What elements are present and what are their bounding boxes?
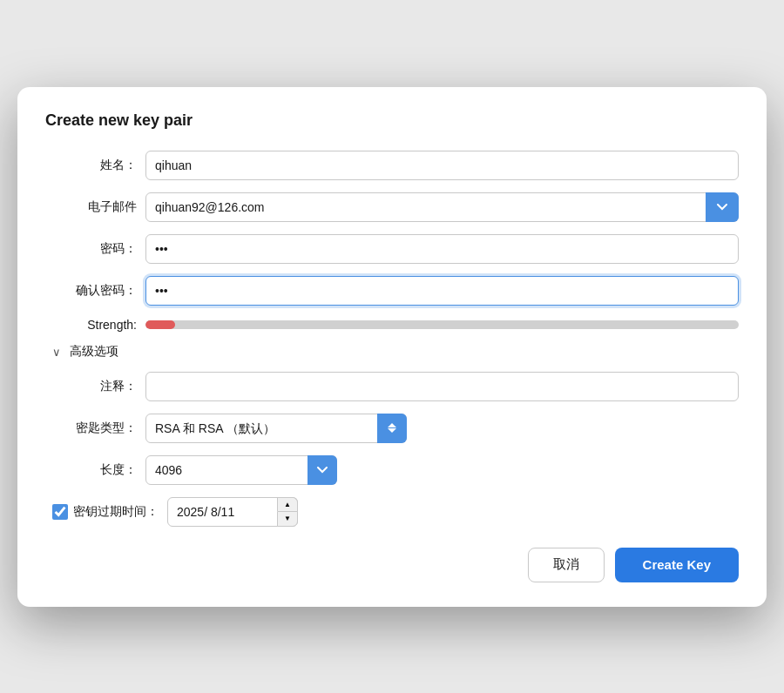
note-label: 注释： bbox=[45, 379, 137, 394]
dialog-title: Create new key pair bbox=[45, 111, 739, 130]
name-label: 姓名： bbox=[45, 158, 137, 173]
length-wrapper: 4096 2048 1024 bbox=[145, 455, 337, 485]
key-type-wrapper: RSA 和 RSA （默认） DSA ECDSA bbox=[145, 414, 407, 443]
password-input[interactable] bbox=[145, 234, 739, 264]
chevron-down-icon bbox=[717, 204, 727, 211]
confirm-label: 确认密码： bbox=[45, 283, 137, 299]
expiry-row: 密钥过期时间： ▲ ▼ bbox=[45, 497, 739, 527]
expiry-stepper-up[interactable]: ▲ bbox=[277, 497, 298, 512]
expiry-stepper: ▲ ▼ bbox=[277, 497, 298, 527]
strength-bar-fill bbox=[145, 320, 175, 329]
create-key-button[interactable]: Create Key bbox=[615, 548, 739, 582]
expiry-input-wrapper: ▲ ▼ bbox=[167, 497, 298, 527]
advanced-section-label: 高级选项 bbox=[70, 344, 118, 360]
strength-row: Strength: bbox=[45, 318, 739, 332]
email-label: 电子邮件 bbox=[45, 199, 137, 215]
chevron-down-icon: ∨ bbox=[52, 346, 64, 358]
length-row: 长度： 4096 2048 1024 bbox=[45, 455, 739, 485]
advanced-section: ∨ 高级选项 注释： 密匙类型： RSA 和 RSA （默认） DSA ECDS… bbox=[45, 344, 739, 527]
strength-bar-container bbox=[145, 320, 739, 329]
note-row: 注释： bbox=[45, 372, 739, 401]
expiry-stepper-down[interactable]: ▼ bbox=[277, 511, 298, 527]
password-label: 密码： bbox=[45, 241, 137, 257]
expiry-wrapper: 密钥过期时间： ▲ ▼ bbox=[52, 497, 298, 527]
expiry-label: 密钥过期时间： bbox=[73, 504, 159, 520]
email-dropdown-button[interactable] bbox=[706, 192, 739, 222]
password-row: 密码： bbox=[45, 234, 739, 264]
email-wrapper bbox=[145, 192, 739, 222]
note-input[interactable] bbox=[145, 372, 739, 401]
key-type-row: 密匙类型： RSA 和 RSA （默认） DSA ECDSA bbox=[45, 414, 739, 443]
advanced-toggle[interactable]: ∨ 高级选项 bbox=[45, 344, 739, 360]
length-select[interactable]: 4096 2048 1024 bbox=[145, 455, 337, 485]
dialog: Create new key pair 姓名： 电子邮件 密码： 确认密码： S… bbox=[17, 87, 767, 607]
key-type-label: 密匙类型： bbox=[45, 421, 137, 436]
footer-row: 取消 Create Key bbox=[45, 548, 739, 582]
length-label: 长度： bbox=[45, 462, 137, 478]
expiry-checkbox[interactable] bbox=[52, 504, 68, 520]
cancel-button[interactable]: 取消 bbox=[528, 548, 605, 582]
name-input[interactable] bbox=[145, 151, 739, 180]
confirm-password-row: 确认密码： bbox=[45, 276, 739, 306]
name-row: 姓名： bbox=[45, 151, 739, 180]
email-row: 电子邮件 bbox=[45, 192, 739, 222]
strength-label: Strength: bbox=[45, 318, 137, 332]
advanced-fields: 注释： 密匙类型： RSA 和 RSA （默认） DSA ECDSA bbox=[45, 372, 739, 527]
confirm-password-input[interactable] bbox=[145, 276, 739, 306]
email-input[interactable] bbox=[145, 192, 739, 222]
key-type-select[interactable]: RSA 和 RSA （默认） DSA ECDSA bbox=[145, 414, 407, 443]
